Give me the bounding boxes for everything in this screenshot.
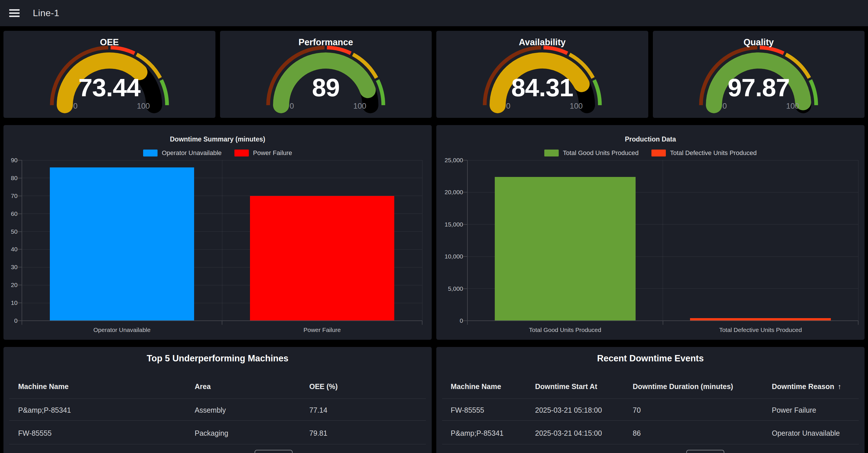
gauge-value: 89 bbox=[220, 73, 432, 102]
legend-item-power-failure[interactable]: Power Failure bbox=[235, 149, 292, 157]
gauge-threshold-band bbox=[327, 48, 351, 53]
panel-recent-downtime-events: Recent Downtime Events Machine NameDownt… bbox=[436, 347, 865, 453]
y-axis-tick-label: 20,000 bbox=[436, 188, 463, 196]
y-axis-tick-label: 0 bbox=[436, 317, 463, 325]
pagination-button[interactable] bbox=[255, 450, 292, 453]
y-axis-tick-label: 10,000 bbox=[436, 253, 463, 260]
panel-downtime-summary: Downtime Summary (minutes) Operator Unav… bbox=[3, 125, 432, 340]
column-header[interactable]: Downtime Duration (minutes) bbox=[633, 382, 733, 391]
panel-quality: Quality 97.87 0 100 bbox=[653, 31, 865, 118]
column-header[interactable]: Machine Name bbox=[451, 382, 501, 391]
table-cell: 2025-03-21 05:18:00 bbox=[535, 405, 602, 415]
column-header[interactable]: Downtime Reason↑ bbox=[772, 382, 841, 391]
y-axis-tick-label: 20 bbox=[3, 281, 18, 289]
y-axis-tick bbox=[463, 224, 467, 225]
panel-title: Downtime Summary (minutes) bbox=[3, 135, 432, 143]
panel-performance: Performance 89 0 100 bbox=[220, 31, 432, 118]
table-cell: FW-85555 bbox=[451, 405, 484, 415]
y-axis-tick bbox=[18, 160, 22, 160]
y-axis-tick bbox=[18, 267, 22, 267]
table-row: P&amp;P-85341Assembly77.14 bbox=[3, 405, 432, 417]
x-axis-category-label: Operator Unavailable bbox=[22, 327, 222, 333]
y-axis-line bbox=[467, 160, 468, 325]
menu-toggle-button[interactable] bbox=[7, 6, 21, 21]
y-axis-tick bbox=[18, 321, 22, 321]
y-axis-tick-label: 30 bbox=[3, 263, 18, 271]
bar-chart-plot: 0102030405060708090Operator UnavailableP… bbox=[22, 160, 422, 321]
panel-production-data: Production Data Total Good Units Produce… bbox=[436, 125, 865, 340]
y-axis-tick bbox=[463, 289, 467, 289]
gauge-threshold-band bbox=[111, 48, 134, 53]
y-axis-tick bbox=[18, 196, 22, 196]
y-axis-tick-label: 80 bbox=[3, 174, 18, 182]
y-axis-tick bbox=[463, 160, 467, 160]
y-axis-line bbox=[22, 160, 22, 325]
category-divider-line bbox=[858, 160, 859, 321]
sort-ascending-icon: ↑ bbox=[838, 383, 841, 390]
y-axis-tick bbox=[18, 178, 22, 178]
y-axis-tick bbox=[18, 303, 22, 303]
column-header[interactable]: Downtime Start At bbox=[535, 382, 597, 391]
table-cell: 77.14 bbox=[309, 405, 328, 415]
legend-swatch-green bbox=[544, 150, 559, 156]
table-row: FW-85555Packaging79.81 bbox=[3, 428, 432, 440]
gauge-max-label: 100 bbox=[559, 102, 593, 111]
chart-legend: Operator Unavailable Power Failure bbox=[3, 149, 432, 157]
legend-swatch-blue bbox=[143, 150, 158, 156]
gauge-min-label: 0 bbox=[275, 102, 309, 111]
y-axis-tick-label: 10 bbox=[3, 299, 18, 307]
legend-item-defective-units[interactable]: Total Defective Units Produced bbox=[651, 149, 757, 157]
category-divider-line bbox=[222, 160, 222, 321]
y-axis-tick-label: 50 bbox=[3, 228, 18, 236]
bar-power-failure[interactable] bbox=[250, 196, 394, 321]
table-row: Top 5 Underperforming Machines Machine N… bbox=[3, 347, 865, 453]
y-axis-tick bbox=[18, 214, 22, 214]
column-header[interactable]: OEE (%) bbox=[309, 382, 338, 391]
table-cell: Operator Unavailable bbox=[772, 428, 840, 438]
y-axis-tick-label: 90 bbox=[3, 156, 18, 164]
x-axis-tick bbox=[663, 321, 663, 325]
gauge-max-label: 100 bbox=[126, 102, 161, 111]
legend-label: Total Defective Units Produced bbox=[670, 149, 757, 157]
legend-label: Power Failure bbox=[253, 149, 292, 157]
y-axis-tick-label: 0 bbox=[3, 317, 18, 325]
bar-total-good-units-produced[interactable] bbox=[495, 177, 636, 321]
y-axis-tick bbox=[18, 249, 22, 249]
y-axis-tick bbox=[463, 256, 467, 257]
pagination-button[interactable] bbox=[686, 450, 724, 453]
bar-operator-unavailable[interactable] bbox=[50, 168, 194, 321]
legend-swatch-red bbox=[235, 150, 249, 156]
y-axis-tick-label: 25,000 bbox=[436, 156, 463, 164]
row-separator bbox=[9, 398, 426, 399]
x-axis-line bbox=[467, 321, 858, 321]
table-cell: Power Failure bbox=[772, 405, 816, 415]
gauge-value: 97.87 bbox=[653, 73, 865, 102]
gauge-min-label: 0 bbox=[707, 102, 742, 111]
column-header[interactable]: Machine Name bbox=[18, 382, 68, 391]
gauge-value: 73.44 bbox=[3, 73, 215, 102]
gauge-threshold-band bbox=[544, 48, 567, 53]
table-row: FW-855552025-03-21 05:18:0070Power Failu… bbox=[436, 405, 865, 417]
panel-title: Availability bbox=[436, 37, 648, 48]
table-cell: Assembly bbox=[195, 405, 226, 415]
bar-chart-plot: 05,00010,00015,00020,00025,000Total Good… bbox=[467, 160, 858, 321]
gauge-min-label: 0 bbox=[491, 102, 526, 111]
y-axis-tick bbox=[18, 232, 22, 232]
column-header[interactable]: Area bbox=[195, 382, 211, 391]
legend-item-operator-unavailable[interactable]: Operator Unavailable bbox=[143, 149, 222, 157]
panel-availability: Availability 84.31 0 100 bbox=[436, 31, 648, 118]
table-cell: Packaging bbox=[195, 428, 228, 438]
row-separator bbox=[9, 444, 426, 444]
legend-swatch-orange bbox=[651, 150, 666, 156]
panel-title: Recent Downtime Events bbox=[436, 353, 865, 364]
panel-title: Quality bbox=[653, 37, 865, 48]
x-axis-tick bbox=[858, 321, 859, 325]
gauge-max-label: 100 bbox=[342, 102, 377, 111]
legend-item-good-units[interactable]: Total Good Units Produced bbox=[544, 149, 639, 157]
table-header-row: Machine NameAreaOEE (%) bbox=[3, 382, 432, 393]
gauge-value: 84.31 bbox=[436, 73, 648, 102]
y-axis-tick-label: 70 bbox=[3, 192, 18, 200]
y-axis-tick-label: 5,000 bbox=[436, 285, 463, 293]
panel-top5-underperforming-machines: Top 5 Underperforming Machines Machine N… bbox=[3, 347, 432, 453]
table-cell: 2025-03-21 04:15:00 bbox=[535, 428, 602, 438]
